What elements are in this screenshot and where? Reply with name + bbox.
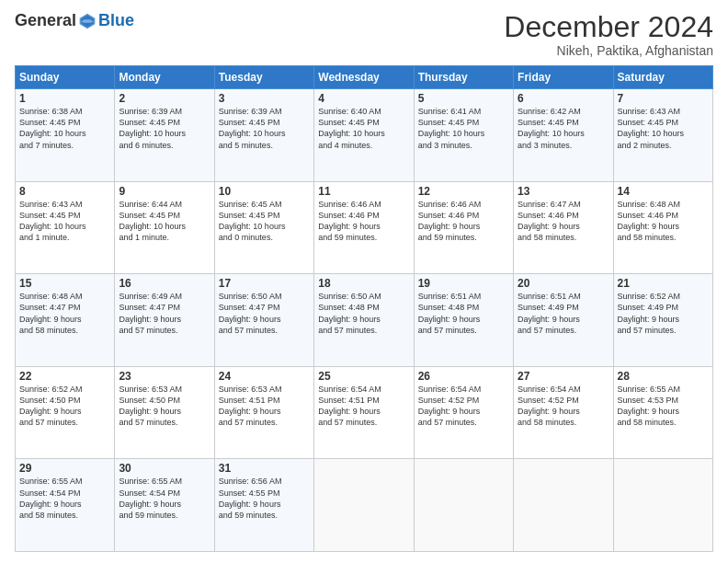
logo-general: General bbox=[15, 11, 76, 30]
day-info: Sunrise: 6:55 AM Sunset: 4:54 PM Dayligh… bbox=[19, 476, 110, 521]
calendar-week-row: 8Sunrise: 6:43 AM Sunset: 4:45 PM Daylig… bbox=[16, 181, 713, 274]
day-number: 8 bbox=[19, 185, 110, 198]
calendar-cell: 29Sunrise: 6:55 AM Sunset: 4:54 PM Dayli… bbox=[16, 459, 115, 552]
day-number: 4 bbox=[318, 92, 409, 105]
day-info: Sunrise: 6:45 AM Sunset: 4:45 PM Dayligh… bbox=[219, 199, 310, 244]
day-info: Sunrise: 6:40 AM Sunset: 4:45 PM Dayligh… bbox=[318, 106, 409, 151]
day-info: Sunrise: 6:39 AM Sunset: 4:45 PM Dayligh… bbox=[219, 106, 310, 151]
day-number: 1 bbox=[19, 92, 110, 105]
day-info: Sunrise: 6:50 AM Sunset: 4:48 PM Dayligh… bbox=[318, 291, 409, 336]
calendar-cell: 21Sunrise: 6:52 AM Sunset: 4:49 PM Dayli… bbox=[613, 274, 712, 367]
day-info: Sunrise: 6:47 AM Sunset: 4:46 PM Dayligh… bbox=[518, 199, 609, 244]
day-number: 20 bbox=[518, 277, 609, 290]
day-info: Sunrise: 6:46 AM Sunset: 4:46 PM Dayligh… bbox=[318, 199, 409, 244]
calendar-cell: 20Sunrise: 6:51 AM Sunset: 4:49 PM Dayli… bbox=[514, 274, 613, 367]
calendar-cell: 9Sunrise: 6:44 AM Sunset: 4:45 PM Daylig… bbox=[115, 181, 214, 274]
logo-area: General Blue bbox=[15, 11, 134, 30]
day-info: Sunrise: 6:48 AM Sunset: 4:46 PM Dayligh… bbox=[618, 199, 709, 244]
logo-icon bbox=[78, 12, 97, 30]
calendar-cell: 31Sunrise: 6:56 AM Sunset: 4:55 PM Dayli… bbox=[214, 459, 313, 552]
day-number: 13 bbox=[518, 185, 609, 198]
day-number: 16 bbox=[119, 277, 210, 290]
calendar-week-row: 15Sunrise: 6:48 AM Sunset: 4:47 PM Dayli… bbox=[16, 274, 713, 367]
day-info: Sunrise: 6:44 AM Sunset: 4:45 PM Dayligh… bbox=[119, 199, 210, 244]
calendar-cell: 26Sunrise: 6:54 AM Sunset: 4:52 PM Dayli… bbox=[414, 366, 513, 459]
day-info: Sunrise: 6:52 AM Sunset: 4:49 PM Dayligh… bbox=[618, 291, 709, 336]
calendar-cell bbox=[314, 459, 414, 552]
day-info: Sunrise: 6:48 AM Sunset: 4:47 PM Dayligh… bbox=[19, 291, 110, 336]
day-number: 29 bbox=[19, 462, 110, 475]
logo-blue: Blue bbox=[98, 11, 134, 30]
day-number: 19 bbox=[418, 277, 509, 290]
calendar-week-row: 29Sunrise: 6:55 AM Sunset: 4:54 PM Dayli… bbox=[16, 459, 713, 552]
calendar-header-tuesday: Tuesday bbox=[214, 66, 313, 89]
day-info: Sunrise: 6:41 AM Sunset: 4:45 PM Dayligh… bbox=[418, 106, 509, 151]
day-info: Sunrise: 6:38 AM Sunset: 4:45 PM Dayligh… bbox=[19, 106, 110, 151]
calendar-cell: 19Sunrise: 6:51 AM Sunset: 4:48 PM Dayli… bbox=[414, 274, 513, 367]
day-number: 9 bbox=[119, 185, 210, 198]
day-info: Sunrise: 6:43 AM Sunset: 4:45 PM Dayligh… bbox=[19, 199, 110, 244]
calendar-cell: 6Sunrise: 6:42 AM Sunset: 4:45 PM Daylig… bbox=[514, 89, 613, 182]
day-number: 28 bbox=[618, 370, 709, 383]
day-info: Sunrise: 6:50 AM Sunset: 4:47 PM Dayligh… bbox=[219, 291, 310, 336]
day-info: Sunrise: 6:46 AM Sunset: 4:46 PM Dayligh… bbox=[418, 199, 509, 244]
day-info: Sunrise: 6:54 AM Sunset: 4:51 PM Dayligh… bbox=[318, 384, 409, 429]
calendar-cell: 3Sunrise: 6:39 AM Sunset: 4:45 PM Daylig… bbox=[214, 89, 313, 182]
location-title: Nikeh, Paktika, Afghanistan bbox=[504, 43, 713, 58]
calendar-cell: 22Sunrise: 6:52 AM Sunset: 4:50 PM Dayli… bbox=[16, 366, 115, 459]
calendar-header-sunday: Sunday bbox=[16, 66, 115, 89]
calendar-cell: 24Sunrise: 6:53 AM Sunset: 4:51 PM Dayli… bbox=[214, 366, 313, 459]
calendar-cell: 2Sunrise: 6:39 AM Sunset: 4:45 PM Daylig… bbox=[115, 89, 214, 182]
calendar-week-row: 22Sunrise: 6:52 AM Sunset: 4:50 PM Dayli… bbox=[16, 366, 713, 459]
day-number: 31 bbox=[219, 462, 310, 475]
calendar-cell: 12Sunrise: 6:46 AM Sunset: 4:46 PM Dayli… bbox=[414, 181, 513, 274]
day-number: 27 bbox=[518, 370, 609, 383]
calendar-header-saturday: Saturday bbox=[613, 66, 712, 89]
day-number: 22 bbox=[19, 370, 110, 383]
calendar-header-wednesday: Wednesday bbox=[314, 66, 414, 89]
day-number: 30 bbox=[119, 462, 210, 475]
day-info: Sunrise: 6:43 AM Sunset: 4:45 PM Dayligh… bbox=[618, 106, 709, 151]
day-number: 5 bbox=[418, 92, 509, 105]
day-number: 11 bbox=[318, 185, 409, 198]
day-number: 21 bbox=[618, 277, 709, 290]
day-number: 24 bbox=[219, 370, 310, 383]
day-number: 3 bbox=[219, 92, 310, 105]
calendar-cell bbox=[414, 459, 513, 552]
calendar-cell: 13Sunrise: 6:47 AM Sunset: 4:46 PM Dayli… bbox=[514, 181, 613, 274]
calendar-cell: 11Sunrise: 6:46 AM Sunset: 4:46 PM Dayli… bbox=[314, 181, 414, 274]
calendar-header-monday: Monday bbox=[115, 66, 214, 89]
calendar-cell: 28Sunrise: 6:55 AM Sunset: 4:53 PM Dayli… bbox=[613, 366, 712, 459]
page: General Blue December 2024 Nikeh, Paktik… bbox=[0, 0, 728, 563]
day-number: 2 bbox=[119, 92, 210, 105]
day-number: 7 bbox=[618, 92, 709, 105]
month-title: December 2024 bbox=[504, 11, 713, 43]
calendar-cell: 30Sunrise: 6:55 AM Sunset: 4:54 PM Dayli… bbox=[115, 459, 214, 552]
day-number: 10 bbox=[219, 185, 310, 198]
day-number: 15 bbox=[19, 277, 110, 290]
calendar-cell: 5Sunrise: 6:41 AM Sunset: 4:45 PM Daylig… bbox=[414, 89, 513, 182]
day-number: 17 bbox=[219, 277, 310, 290]
title-area: December 2024 Nikeh, Paktika, Afghanista… bbox=[504, 11, 713, 58]
logo: General Blue bbox=[15, 11, 134, 30]
day-info: Sunrise: 6:55 AM Sunset: 4:54 PM Dayligh… bbox=[119, 476, 210, 521]
day-info: Sunrise: 6:56 AM Sunset: 4:55 PM Dayligh… bbox=[219, 476, 310, 521]
day-info: Sunrise: 6:53 AM Sunset: 4:51 PM Dayligh… bbox=[219, 384, 310, 429]
calendar-header-thursday: Thursday bbox=[414, 66, 513, 89]
calendar-cell: 16Sunrise: 6:49 AM Sunset: 4:47 PM Dayli… bbox=[115, 274, 214, 367]
calendar-header-friday: Friday bbox=[514, 66, 613, 89]
header: General Blue December 2024 Nikeh, Paktik… bbox=[15, 11, 713, 58]
calendar-cell: 27Sunrise: 6:54 AM Sunset: 4:52 PM Dayli… bbox=[514, 366, 613, 459]
day-number: 14 bbox=[618, 185, 709, 198]
day-info: Sunrise: 6:54 AM Sunset: 4:52 PM Dayligh… bbox=[518, 384, 609, 429]
calendar-cell: 18Sunrise: 6:50 AM Sunset: 4:48 PM Dayli… bbox=[314, 274, 414, 367]
day-info: Sunrise: 6:39 AM Sunset: 4:45 PM Dayligh… bbox=[119, 106, 210, 151]
calendar-cell bbox=[613, 459, 712, 552]
calendar-cell: 25Sunrise: 6:54 AM Sunset: 4:51 PM Dayli… bbox=[314, 366, 414, 459]
calendar-cell: 23Sunrise: 6:53 AM Sunset: 4:50 PM Dayli… bbox=[115, 366, 214, 459]
calendar-cell: 8Sunrise: 6:43 AM Sunset: 4:45 PM Daylig… bbox=[16, 181, 115, 274]
day-info: Sunrise: 6:42 AM Sunset: 4:45 PM Dayligh… bbox=[518, 106, 609, 151]
day-info: Sunrise: 6:54 AM Sunset: 4:52 PM Dayligh… bbox=[418, 384, 509, 429]
calendar-cell: 7Sunrise: 6:43 AM Sunset: 4:45 PM Daylig… bbox=[613, 89, 712, 182]
day-number: 23 bbox=[119, 370, 210, 383]
